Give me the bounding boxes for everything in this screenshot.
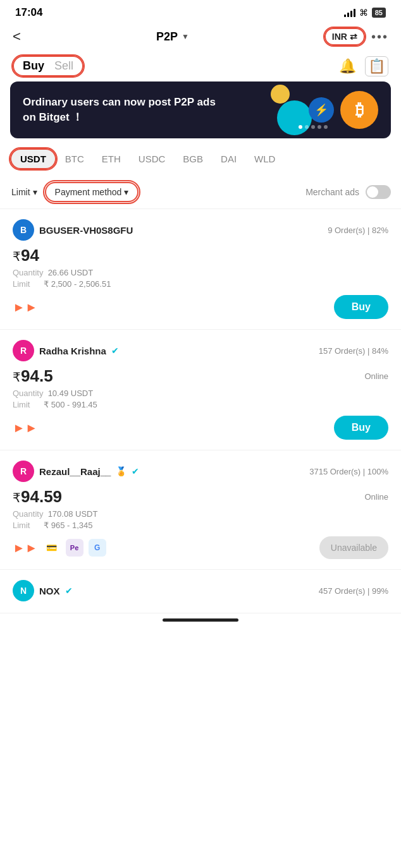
battery-icon: 85	[372, 8, 386, 18]
banner-graphic: ⚡ ₿	[245, 81, 385, 138]
user-info-3: R Rezaul__Raaj__ 🏅 ✔	[13, 461, 139, 482]
payment-method-button[interactable]: Payment method ▾	[45, 182, 139, 202]
status-icons: ⌘ 85	[344, 8, 386, 18]
user-info-4: N NOX ✔	[13, 580, 73, 601]
listing-card-4: N NOX ✔ 457 Order(s) | 99%	[0, 570, 401, 613]
payment-card-icon-3: 💳	[43, 539, 61, 557]
currency-swap-icon: ⇄	[350, 32, 357, 42]
nav-bar: < P2P ▼ INR ⇄ •••	[0, 23, 401, 51]
user-info-1: B BGUSER-VH0S8GFU	[13, 219, 133, 241]
filter-row: Limit ▾ Payment method ▾ Merchant ads	[0, 177, 401, 209]
card-header-1: B BGUSER-VH0S8GFU 9 Order(s) | 82%	[13, 219, 388, 241]
quantity-row-2: Quantity 10.49 USDT	[13, 389, 388, 398]
payment-icons-3: ►► 💳 Pe G	[13, 539, 106, 557]
crypto-tab-eth[interactable]: ETH	[93, 150, 130, 168]
payment-method-label: Payment method	[55, 187, 122, 197]
buy-button-1[interactable]: Buy	[334, 295, 388, 319]
order-stats-4: 457 Order(s) | 99%	[319, 586, 388, 596]
toggle-knob	[367, 186, 378, 198]
merchant-ads-toggle[interactable]	[366, 185, 391, 199]
header-action-icons: 🔔 📋	[339, 56, 388, 76]
avatar-1: B	[13, 219, 34, 241]
username-4: NOX	[39, 586, 60, 596]
banner-dots	[299, 125, 328, 129]
card-footer-2: ►► Buy	[13, 416, 388, 440]
price-2: ₹94.5	[13, 366, 53, 386]
quantity-row-1: Quantity 26.66 USDT	[13, 268, 388, 277]
payment-icons-1: ►►	[13, 300, 38, 315]
crypto-tab-bgb[interactable]: BGB	[174, 150, 212, 168]
signal-icon	[344, 8, 355, 17]
payment-arrow-icon-1: ►►	[13, 300, 38, 315]
verified-icon-2: ✔	[111, 346, 119, 356]
tab-sell[interactable]: Sell	[54, 59, 73, 73]
payment-arrow-icon-2: ►►	[13, 421, 38, 435]
medal-icon-3: 🏅	[116, 466, 126, 476]
crypto-tab-usdt[interactable]: USDT	[10, 148, 56, 169]
verified-icon-4: ✔	[65, 586, 73, 596]
crypto-tab-btc[interactable]: BTC	[56, 150, 93, 168]
price-row-3: ₹94.59 Online	[13, 487, 388, 507]
card-footer-3: ►► 💳 Pe G Unavailable	[13, 536, 388, 559]
nav-title: P2P ▼	[156, 30, 189, 44]
limit-row-1: Limit ₹ 2,500 - 2,506.51	[13, 279, 388, 289]
order-stats-3: 3715 Order(s) | 100%	[309, 467, 388, 476]
limit-label: Limit	[11, 187, 30, 197]
price-3: ₹94.59	[13, 487, 62, 507]
notification-icon[interactable]: 🔔	[339, 58, 356, 75]
listing-card-3: R Rezaul__Raaj__ 🏅 ✔ 3715 Order(s) | 100…	[0, 450, 401, 570]
listing-card-2: R Radha Krishna ✔ 157 Order(s) | 84% ₹94…	[0, 330, 401, 450]
bitcoin-icon: ₿	[340, 91, 378, 129]
wifi-icon: ⌘	[359, 8, 368, 18]
lightning-icon: ⚡	[309, 97, 334, 123]
back-button[interactable]: <	[13, 28, 21, 45]
avatar-4: N	[13, 580, 34, 601]
unavailable-button-3: Unavailable	[319, 536, 388, 559]
card-header-3: R Rezaul__Raaj__ 🏅 ✔ 3715 Order(s) | 100…	[13, 461, 388, 482]
payment-icons-2: ►►	[13, 421, 38, 435]
more-options-button[interactable]: •••	[371, 30, 388, 44]
nav-title-text: P2P	[156, 30, 178, 44]
price-row-1: ₹94	[13, 246, 388, 265]
payment-google-icon-3: G	[89, 539, 106, 557]
limit-row-2: Limit ₹ 500 - 991.45	[13, 400, 388, 409]
status-time: 17:04	[15, 6, 42, 19]
limit-row-3: Limit ₹ 965 - 1,345	[13, 521, 388, 530]
orders-icon[interactable]: 📋	[365, 56, 388, 76]
buy-button-2[interactable]: Buy	[334, 416, 388, 440]
order-stats-1: 9 Order(s) | 82%	[328, 226, 388, 235]
banner-text: Ordinary users can now post P2P ads on B…	[23, 95, 218, 125]
username-1: BGUSER-VH0S8GFU	[39, 225, 133, 236]
crypto-tab-dai[interactable]: DAI	[212, 150, 245, 168]
price-row-2: ₹94.5 Online	[13, 366, 388, 386]
status-bar: 17:04 ⌘ 85	[0, 0, 401, 23]
username-2: Radha Krishna	[39, 346, 106, 356]
promo-banner[interactable]: Ordinary users can now post P2P ads on B…	[10, 81, 391, 138]
limit-dropdown-icon: ▾	[33, 187, 37, 197]
bottom-bar	[0, 613, 401, 629]
user-info-2: R Radha Krishna ✔	[13, 340, 119, 361]
banner-circle-teal	[277, 100, 312, 135]
nav-dropdown-icon[interactable]: ▼	[182, 32, 189, 41]
crypto-tab-usdc[interactable]: USDC	[130, 150, 175, 168]
avatar-3: R	[13, 461, 34, 482]
verified-icon-3: ✔	[132, 466, 139, 476]
merchant-ads-label: Merchant ads	[305, 187, 359, 197]
online-status-3: Online	[364, 492, 388, 502]
card-header-2: R Radha Krishna ✔ 157 Order(s) | 84%	[13, 340, 388, 361]
username-3: Rezaul__Raaj__	[39, 466, 111, 477]
avatar-2: R	[13, 340, 34, 361]
buy-sell-tabs: Buy Sell	[13, 56, 83, 76]
limit-filter-button[interactable]: Limit ▾	[10, 184, 39, 200]
price-1: ₹94	[13, 246, 39, 265]
listing-card-1: B BGUSER-VH0S8GFU 9 Order(s) | 82% ₹94 Q…	[0, 209, 401, 330]
payment-phone-icon-3: Pe	[66, 539, 83, 557]
quantity-row-3: Quantity 170.08 USDT	[13, 509, 388, 519]
order-stats-2: 157 Order(s) | 84%	[319, 346, 388, 356]
payment-arrow-icon-3: ►►	[13, 541, 38, 555]
crypto-tab-wld[interactable]: WLD	[245, 150, 284, 168]
currency-selector-button[interactable]: INR ⇄	[324, 28, 365, 45]
payment-method-dropdown-icon: ▾	[124, 187, 128, 197]
buy-sell-tabs-row: Buy Sell 🔔 📋	[0, 51, 401, 81]
tab-buy[interactable]: Buy	[23, 59, 44, 73]
